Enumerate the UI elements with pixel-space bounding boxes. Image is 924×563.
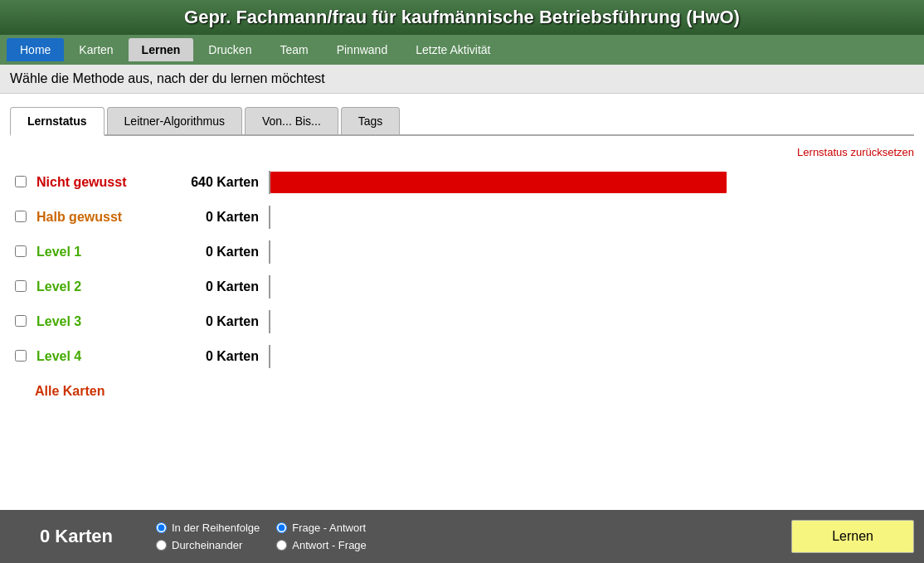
row-1-label[interactable]: Halb gewusst xyxy=(32,200,181,235)
table-row: Level 4 0 Karten xyxy=(10,339,914,374)
row-2-checkbox[interactable] xyxy=(15,245,27,257)
nav-letzte-aktivitaet[interactable]: Letzte Aktivität xyxy=(402,38,503,61)
row-0-count: 640 Karten xyxy=(181,165,264,200)
tab-leitner[interactable]: Leitner-Algorithmus xyxy=(107,107,242,134)
row-2-bar xyxy=(264,235,914,269)
row-3-bar xyxy=(264,269,914,304)
subtitle-text: Wähle die Methode aus, nach der du lerne… xyxy=(10,71,325,85)
table-row: Halb gewusst 0 Karten xyxy=(10,200,914,235)
tab-von-bis[interactable]: Von... Bis... xyxy=(245,107,338,134)
mode-radio-group: Frage - Antwort Antwort - Frage xyxy=(276,522,367,551)
row-3-checkbox[interactable] xyxy=(15,280,27,292)
row-0-bar xyxy=(264,165,914,200)
mode-frage-antwort-radio[interactable] xyxy=(276,522,287,533)
row-5-checkbox[interactable] xyxy=(15,350,27,362)
mode-antwort-frage[interactable]: Antwort - Frage xyxy=(276,539,367,551)
alle-karten-link[interactable]: Alle Karten xyxy=(10,374,914,404)
row-2-label[interactable]: Level 1 xyxy=(32,235,181,269)
row-0-label[interactable]: Nicht gewusst xyxy=(32,165,181,200)
row-4-count: 0 Karten xyxy=(181,304,264,339)
lernen-button[interactable]: Lernen xyxy=(791,520,914,553)
table-row: Nicht gewusst 640 Karten xyxy=(10,165,914,200)
karten-count: 0 Karten xyxy=(10,526,143,547)
order-reihenfolge-radio[interactable] xyxy=(156,522,167,533)
table-row: Level 1 0 Karten xyxy=(10,235,914,269)
mode-frage-antwort[interactable]: Frage - Antwort xyxy=(276,522,367,534)
row-4-checkbox[interactable] xyxy=(15,315,27,327)
row-5-count: 0 Karten xyxy=(181,339,264,374)
tab-tags[interactable]: Tags xyxy=(341,107,401,134)
nav-drucken[interactable]: Drucken xyxy=(195,38,265,61)
bar-fill-0 xyxy=(270,172,727,193)
learn-status-table: Nicht gewusst 640 Karten Halb gewusst 0 … xyxy=(10,165,914,374)
nav-pinnwand[interactable]: Pinnwand xyxy=(323,38,401,61)
nav-lernen[interactable]: Lernen xyxy=(129,38,194,61)
row-0-checkbox[interactable] xyxy=(15,176,27,187)
row-4-bar xyxy=(264,304,914,339)
reset-link[interactable]: Lernstatus zurücksetzen xyxy=(10,146,914,158)
nav-team[interactable]: Team xyxy=(266,38,321,61)
subtitle-bar: Wähle die Methode aus, nach der du lerne… xyxy=(0,65,924,94)
row-1-bar xyxy=(264,200,914,235)
nav-karten[interactable]: Karten xyxy=(66,38,126,61)
navigation: Home Karten Lernen Drucken Team Pinnwand… xyxy=(0,35,924,65)
tab-strip: Lernstatus Leitner-Algorithmus Von... Bi… xyxy=(10,107,914,136)
page-title: Gepr. Fachmann/frau für kaufmännische Be… xyxy=(0,7,924,28)
tab-lernstatus[interactable]: Lernstatus xyxy=(10,107,105,136)
order-radio-group: In der Reihenfolge Durcheinander xyxy=(156,522,260,551)
row-1-count: 0 Karten xyxy=(181,200,264,235)
row-4-label[interactable]: Level 3 xyxy=(32,304,181,339)
bottom-bar: 0 Karten In der Reihenfolge Durcheinande… xyxy=(0,510,924,563)
order-durcheinander[interactable]: Durcheinander xyxy=(156,539,260,551)
page-header: Gepr. Fachmann/frau für kaufmännische Be… xyxy=(0,0,924,35)
main-content: Lernstatus Leitner-Algorithmus Von... Bi… xyxy=(0,94,924,417)
order-durcheinander-radio[interactable] xyxy=(156,540,167,551)
nav-home[interactable]: Home xyxy=(7,38,64,61)
mode-antwort-frage-radio[interactable] xyxy=(276,540,287,551)
row-5-label[interactable]: Level 4 xyxy=(32,339,181,374)
row-3-count: 0 Karten xyxy=(181,269,264,304)
row-2-count: 0 Karten xyxy=(181,235,264,269)
table-row: Level 2 0 Karten xyxy=(10,269,914,304)
row-1-checkbox[interactable] xyxy=(15,211,27,222)
order-reihenfolge[interactable]: In der Reihenfolge xyxy=(156,522,260,534)
table-row: Level 3 0 Karten xyxy=(10,304,914,339)
row-3-label[interactable]: Level 2 xyxy=(32,269,181,304)
row-5-bar xyxy=(264,339,914,374)
